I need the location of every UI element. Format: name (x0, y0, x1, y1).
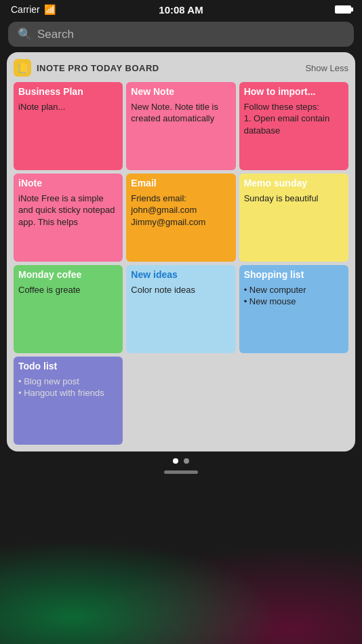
note-title: Monday cofee (18, 269, 118, 281)
note-title: iNote (18, 178, 118, 189)
note-shopping-list[interactable]: Shopping list • New computer• New mouse (239, 265, 348, 353)
widget-title-group: 📒 INOTE PRO TODAY BOARD (14, 59, 159, 77)
note-body: • Blog new post• Hangout with friends (18, 376, 118, 399)
note-new-note[interactable]: New Note New Note. Note title is created… (126, 82, 235, 170)
widget-card: 📒 INOTE PRO TODAY BOARD Show Less Busine… (7, 52, 355, 451)
note-title: Todo list (18, 361, 118, 372)
search-placeholder: Search (37, 28, 74, 41)
widget-logo: 📒 (14, 59, 31, 77)
note-body: • New computer• New mouse (244, 284, 344, 308)
empty-cell-1 (126, 357, 235, 445)
note-body: Color note ideas (131, 284, 230, 296)
note-title: Shopping list (244, 269, 344, 281)
status-bar: Carrier 📶 10:08 AM (0, 0, 362, 19)
bottom-area (0, 458, 362, 474)
note-title: New ideas (131, 269, 230, 281)
carrier-label: Carrier (11, 4, 40, 15)
note-how-to-import[interactable]: How to import... Follow these steps:1. O… (239, 82, 348, 170)
show-less-button[interactable]: Show Less (305, 63, 348, 73)
note-new-ideas[interactable]: New ideas Color note ideas (126, 265, 235, 353)
wifi-icon: 📶 (44, 4, 56, 15)
note-body: Friends email: john@gmail.com Jimmy@gmai… (131, 193, 230, 228)
note-title: How to import... (244, 86, 344, 98)
note-business-plan[interactable]: Business Plan iNote plan... (14, 82, 123, 170)
note-body: iNote Free is a simple and quick sticky … (18, 193, 118, 228)
search-icon: 🔍 (18, 27, 32, 41)
note-memo-sunday[interactable]: Memo sunday Sunday is beautiful (239, 174, 348, 262)
page-dot-1 (173, 458, 178, 464)
note-title: Business Plan (18, 86, 118, 98)
status-time: 10:08 AM (159, 4, 203, 16)
status-right (335, 5, 351, 14)
status-left: Carrier 📶 (11, 4, 56, 15)
notes-grid: Business Plan iNote plan... New Note New… (14, 82, 348, 445)
page-dots (173, 458, 189, 464)
search-bar[interactable]: 🔍 Search (8, 22, 354, 47)
battery-icon (335, 5, 351, 14)
empty-cell-2 (239, 357, 348, 445)
note-todo-list[interactable]: Todo list • Blog new post• Hangout with … (14, 357, 123, 445)
note-body: Sunday is beautiful (244, 193, 344, 205)
note-body: Follow these steps:1. Open email contain… (244, 101, 344, 137)
page-dot-2 (184, 458, 189, 464)
widget-title: INOTE PRO TODAY BOARD (37, 63, 159, 73)
note-title: New Note (131, 86, 230, 98)
note-body: New Note. Note title is created automati… (131, 101, 230, 125)
note-body: iNote plan... (18, 101, 118, 113)
note-inote[interactable]: iNote iNote Free is a simple and quick s… (14, 174, 123, 262)
widget-header: 📒 INOTE PRO TODAY BOARD Show Less (14, 59, 348, 77)
home-indicator (164, 470, 198, 474)
note-title: Email (131, 178, 230, 189)
note-email[interactable]: Email Friends email: john@gmail.com Jimm… (126, 174, 235, 262)
note-body: Coffee is greate (18, 284, 118, 296)
note-monday-cofee[interactable]: Monday cofee Coffee is greate (14, 265, 123, 353)
note-title: Memo sunday (244, 178, 344, 189)
